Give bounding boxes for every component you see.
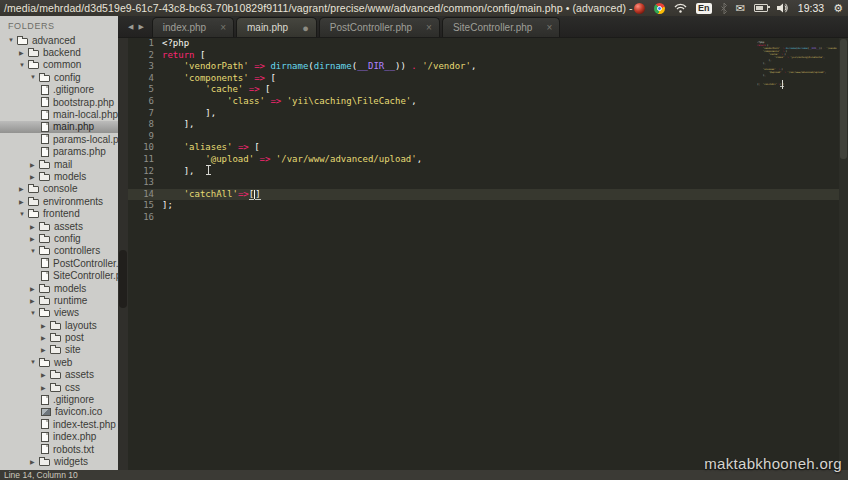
tree-item-index.php[interactable]: index.php xyxy=(0,431,118,443)
tree-item-config[interactable]: ▼config xyxy=(0,71,118,83)
tab-PostController.php[interactable]: PostController.php× xyxy=(319,17,440,37)
tree-item-index-test.php[interactable]: index-test.php xyxy=(0,418,118,430)
chevron-down-icon[interactable]: ▼ xyxy=(30,248,39,254)
code-line-8[interactable]: 8 ], xyxy=(128,119,848,131)
chevron-right-icon[interactable]: ▶ xyxy=(30,235,39,242)
tree-item-runtime[interactable]: ▶runtime xyxy=(0,294,118,306)
chevron-right-icon[interactable]: ▶ xyxy=(41,384,50,391)
wifi-icon[interactable] xyxy=(674,3,687,13)
session-gear-icon[interactable]: ⚙ xyxy=(833,3,843,14)
tab-scroll-right-icon[interactable]: ▶ xyxy=(138,23,143,31)
sidebar-scrollbar-thumb[interactable] xyxy=(119,250,127,308)
code-line-13[interactable]: 13 xyxy=(128,177,848,189)
code-line-5[interactable]: 5 'cache' => [ xyxy=(128,84,848,96)
code-line-7[interactable]: 7 ], xyxy=(128,108,848,120)
tab-close-icon[interactable]: × xyxy=(546,23,552,33)
sidebar-scrollbar[interactable] xyxy=(118,38,128,470)
tree-item-frontend[interactable]: ▼frontend xyxy=(0,207,118,219)
chevron-down-icon[interactable]: ▼ xyxy=(19,211,28,217)
tab-main.php[interactable]: main.php● xyxy=(236,17,317,37)
tree-item-controllers[interactable]: ▼controllers xyxy=(0,245,118,257)
minimap[interactable]: <?phpreturn [ 'vendorPath' => dirname(di… xyxy=(757,41,837,131)
chevron-right-icon[interactable]: ▶ xyxy=(30,161,39,168)
tree-item-widgets[interactable]: ▶widgets xyxy=(0,455,118,467)
chevron-down-icon[interactable]: ▼ xyxy=(8,37,17,43)
tab-close-icon[interactable]: × xyxy=(220,23,226,33)
tree-item-models[interactable]: ▶models xyxy=(0,282,118,294)
tree-item-common[interactable]: ▼common xyxy=(0,59,118,71)
chevron-right-icon[interactable]: ▶ xyxy=(19,49,28,56)
tab-dirty-icon[interactable]: ● xyxy=(302,23,309,33)
tree-item-.gitignore[interactable]: .gitignore xyxy=(0,393,118,405)
keyboard-layout-indicator[interactable]: En xyxy=(696,3,712,14)
tree-item-assets[interactable]: ▶assets xyxy=(0,369,118,381)
chevron-down-icon[interactable]: ▼ xyxy=(19,62,28,68)
editor-scrollbar-thumb[interactable] xyxy=(840,39,847,159)
tree-item-web[interactable]: ▼web xyxy=(0,356,118,368)
tree-item-favicon.ico[interactable]: favicon.ico xyxy=(0,406,118,418)
editor-scrollbar[interactable] xyxy=(839,38,848,470)
tab-SiteController.php[interactable]: SiteController.php× xyxy=(442,17,560,37)
code-line-11[interactable]: 11 '@upload' => '/var/www/advanced/uploa… xyxy=(128,154,848,166)
tree-item-mail[interactable]: ▶mail xyxy=(0,158,118,170)
bluetooth-icon[interactable] xyxy=(721,3,727,14)
clock[interactable]: 19:33 xyxy=(798,2,824,14)
code-line-16[interactable]: 16 xyxy=(128,212,848,224)
volume-icon[interactable] xyxy=(777,3,789,13)
tab-scroll-left-icon[interactable]: ◀ xyxy=(128,23,133,31)
code-line-text xyxy=(757,86,837,89)
chevron-right-icon[interactable]: ▶ xyxy=(30,297,39,304)
mail-icon[interactable]: ✉ xyxy=(736,3,745,14)
tree-item-models[interactable]: ▶models xyxy=(0,170,118,182)
tree-item-main-local.php[interactable]: main-local.php xyxy=(0,108,118,120)
tree-item-views[interactable]: ▼views xyxy=(0,307,118,319)
tree-item-robots.txt[interactable]: robots.txt xyxy=(0,443,118,455)
tree-item-config[interactable]: ▶config xyxy=(0,232,118,244)
tree-item-console[interactable]: ▶console xyxy=(0,183,118,195)
code-line-9[interactable]: 9 xyxy=(128,131,848,143)
tree-item-post[interactable]: ▶post xyxy=(0,331,118,343)
tree-item-site[interactable]: ▶site xyxy=(0,344,118,356)
chevron-right-icon[interactable]: ▶ xyxy=(30,458,39,465)
tab-close-icon[interactable]: × xyxy=(426,23,432,33)
code-editor[interactable]: 1<?php2return [3 'vendorPath' => dirname… xyxy=(128,38,848,470)
code-line-10[interactable]: 10 'aliases' => [ xyxy=(128,142,848,154)
tree-item-params.php[interactable]: params.php xyxy=(0,146,118,158)
chevron-down-icon[interactable]: ▼ xyxy=(30,310,39,316)
chevron-right-icon[interactable]: ▶ xyxy=(41,371,50,378)
chevron-right-icon[interactable]: ▶ xyxy=(30,173,39,180)
chevron-right-icon[interactable]: ▶ xyxy=(30,285,39,292)
chevron-right-icon[interactable]: ▶ xyxy=(41,334,50,341)
tree-item-backend[interactable]: ▶backend xyxy=(0,46,118,58)
tree-item-advanced[interactable]: ▼advanced xyxy=(0,34,118,46)
code-line-1[interactable]: 1<?php xyxy=(128,38,848,50)
code-line-4[interactable]: 4 'components' => [ xyxy=(128,73,848,85)
chevron-down-icon[interactable]: ▼ xyxy=(30,74,39,80)
tree-item-main.php[interactable]: main.php xyxy=(0,121,118,133)
code-line-3[interactable]: 3 'vendorPath' => dirname(dirname(__DIR_… xyxy=(128,61,848,73)
tree-item-layouts[interactable]: ▶layouts xyxy=(0,319,118,331)
tree-item-.gitignore[interactable]: .gitignore xyxy=(0,84,118,96)
tree-item-css[interactable]: ▶css xyxy=(0,381,118,393)
tab-index.php[interactable]: index.php× xyxy=(152,17,234,37)
chevron-right-icon[interactable]: ▶ xyxy=(41,346,50,353)
chevron-down-icon[interactable]: ▼ xyxy=(30,359,39,365)
chevron-right-icon[interactable]: ▶ xyxy=(19,185,28,192)
code-line-12[interactable]: 12 ], xyxy=(128,166,848,178)
tree-item-assets[interactable]: ▶assets xyxy=(0,220,118,232)
battery-icon[interactable] xyxy=(754,4,768,12)
code-line-15[interactable]: 15]; xyxy=(128,200,848,212)
tree-item-PostController.php[interactable]: PostController.php xyxy=(0,257,118,269)
chevron-right-icon[interactable]: ▶ xyxy=(41,322,50,329)
tree-item-SiteController.php[interactable]: SiteController.php xyxy=(0,269,118,281)
tree-item-params-local.php[interactable]: params-local.php xyxy=(0,133,118,145)
code-line-2[interactable]: 2return [ xyxy=(128,50,848,62)
app-indicator-icon[interactable] xyxy=(634,3,645,14)
tree-item-environments[interactable]: ▶environments xyxy=(0,195,118,207)
code-line-6[interactable]: 6 'class' => 'yii\caching\FileCache', xyxy=(128,96,848,108)
chevron-right-icon[interactable]: ▶ xyxy=(30,223,39,230)
tree-item-bootstrap.php[interactable]: bootstrap.php xyxy=(0,96,118,108)
chevron-right-icon[interactable]: ▶ xyxy=(19,198,28,205)
chrome-icon[interactable] xyxy=(654,3,665,14)
code-line-14[interactable]: 14 'catchAll'=>[] xyxy=(128,189,848,201)
